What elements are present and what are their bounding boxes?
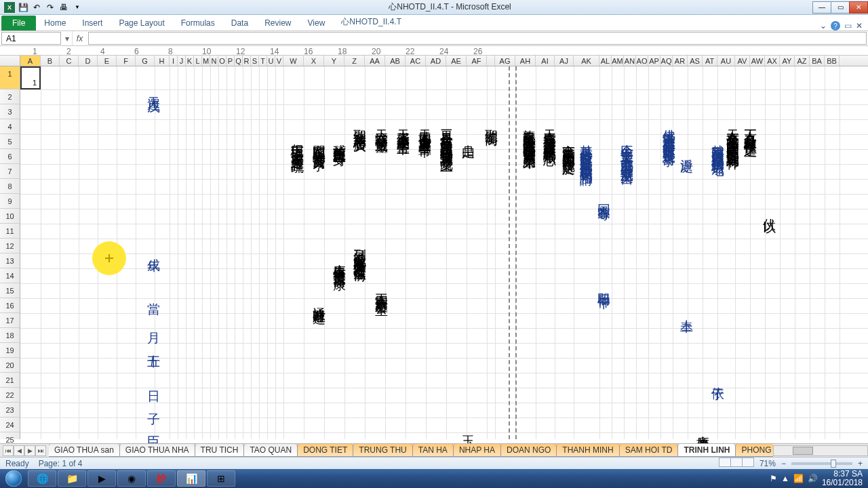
taskbar-app2[interactable]: ⊞ xyxy=(207,470,235,487)
col-header-AK[interactable]: AK xyxy=(574,56,599,66)
col-header-AP[interactable]: AP xyxy=(648,56,660,66)
col-header-N[interactable]: N xyxy=(210,56,218,66)
row-header-20[interactable]: 20 xyxy=(0,358,20,373)
col-header-S[interactable]: S xyxy=(251,56,259,66)
col-header-K[interactable]: K xyxy=(186,56,194,66)
col-header-AF[interactable]: AF xyxy=(467,56,487,66)
row-header-14[interactable]: 14 xyxy=(0,268,20,283)
col-header-Z[interactable]: Z xyxy=(344,56,365,66)
undo-icon[interactable]: ↶ xyxy=(31,2,42,13)
col-header-H[interactable]: H xyxy=(155,56,170,66)
sheet-tab-tan-ha[interactable]: TAN HA xyxy=(412,444,454,457)
col-header-J[interactable]: J xyxy=(178,56,186,66)
col-header-AB[interactable]: AB xyxy=(385,56,406,66)
col-header-AT[interactable]: AT xyxy=(703,56,717,66)
active-cell-A1[interactable] xyxy=(20,66,41,89)
tab-first-icon[interactable]: ⏮ xyxy=(3,445,14,456)
col-header-AR[interactable]: AR xyxy=(673,56,688,66)
tab-nav-buttons[interactable]: ⏮ ◀ ▶ ⏭ xyxy=(0,445,49,456)
fx-label[interactable]: fx xyxy=(72,31,87,45)
row-header-6[interactable]: 6 xyxy=(0,149,20,164)
cell-edit-input[interactable] xyxy=(24,79,37,87)
col-header-AE[interactable]: AE xyxy=(446,56,467,66)
col-header-V[interactable]: V xyxy=(275,56,283,66)
col-header-[interactable] xyxy=(487,56,495,66)
row-header-9[interactable]: 9 xyxy=(0,194,20,209)
tab-page-layout[interactable]: Page Layout xyxy=(111,16,172,30)
row-header-1[interactable]: 1 xyxy=(0,66,20,89)
tab-addin[interactable]: 心NHOTD_II.4.T xyxy=(333,14,410,30)
taskbar-chrome[interactable]: ◉ xyxy=(117,470,146,487)
window-restore-icon[interactable]: ▭ xyxy=(844,21,852,30)
col-header-T[interactable]: T xyxy=(259,56,267,66)
col-header-AV[interactable]: AV xyxy=(735,56,750,66)
name-box-dropdown-icon[interactable]: ▾ xyxy=(62,31,72,45)
tray-up-icon[interactable]: ▲ xyxy=(781,474,789,483)
col-header-P[interactable]: P xyxy=(226,56,235,66)
window-close-icon[interactable]: ✕ xyxy=(856,21,863,30)
row-header-17[interactable]: 17 xyxy=(0,313,20,328)
horizontal-scrollbar[interactable] xyxy=(773,445,868,456)
col-header-R[interactable]: R xyxy=(243,56,251,66)
close-button[interactable]: ✕ xyxy=(849,1,868,14)
col-header-AC[interactable]: AC xyxy=(406,56,426,66)
row-header-4[interactable]: 4 xyxy=(0,119,20,134)
ribbon-minimize-icon[interactable]: ⌄ xyxy=(820,21,827,30)
col-header-D[interactable]: D xyxy=(79,56,98,66)
row-header-2[interactable]: 2 xyxy=(0,89,20,104)
row-header-5[interactable]: 5 xyxy=(0,134,20,149)
tab-view[interactable]: View xyxy=(300,16,334,30)
col-header-AW[interactable]: AW xyxy=(750,56,765,66)
col-header-AX[interactable]: AX xyxy=(765,56,780,66)
row-header-12[interactable]: 12 xyxy=(0,239,20,253)
zoom-out-icon[interactable]: − xyxy=(781,459,786,468)
col-header-E[interactable]: E xyxy=(98,56,117,66)
save-icon[interactable]: 💾 xyxy=(18,2,28,13)
col-header-G[interactable]: G xyxy=(136,56,155,66)
col-header-C[interactable]: C xyxy=(60,56,79,66)
row-header-22[interactable]: 22 xyxy=(0,388,20,403)
taskbar-excel[interactable]: 📊 xyxy=(177,470,205,487)
col-header-AY[interactable]: AY xyxy=(780,56,795,66)
col-header-Q[interactable]: Q xyxy=(235,56,243,66)
row-header-24[interactable]: 24 xyxy=(0,418,20,432)
start-button[interactable] xyxy=(0,469,27,488)
col-header-AD[interactable]: AD xyxy=(426,56,446,66)
worksheet-grid[interactable]: 1234567891011121314151617181920212223242… xyxy=(0,66,868,439)
tab-last-icon[interactable]: ⏭ xyxy=(35,445,46,456)
file-tab[interactable]: File xyxy=(1,16,36,30)
sheet-tab-giao-thua-nha[interactable]: GIAO THUA NHA xyxy=(119,444,195,457)
col-header-L[interactable]: L xyxy=(194,56,202,66)
sheet-tab-sam-hoi-td[interactable]: SAM HOI TD xyxy=(619,444,679,457)
col-header-BB[interactable]: BB xyxy=(825,56,840,66)
row-header-19[interactable]: 19 xyxy=(0,343,20,358)
col-header-Y[interactable]: Y xyxy=(324,56,344,66)
tray-clock[interactable]: 8:37 SA 16/01/2018 xyxy=(822,470,863,487)
col-header-F[interactable]: F xyxy=(117,56,136,66)
sheet-tab-trinh-linh[interactable]: TRINH LINH xyxy=(677,444,736,457)
print-icon[interactable]: 🖶 xyxy=(58,2,69,13)
col-header-AO[interactable]: AO xyxy=(636,56,648,66)
col-header-AA[interactable]: AA xyxy=(365,56,385,66)
redo-icon[interactable]: ↷ xyxy=(45,2,56,13)
col-header-U[interactable]: U xyxy=(267,56,275,66)
col-header-W[interactable]: W xyxy=(283,56,304,66)
name-box[interactable]: A1 xyxy=(1,32,61,45)
maximize-button[interactable]: ▭ xyxy=(831,1,850,14)
row-header-18[interactable]: 18 xyxy=(0,328,20,343)
row-header-13[interactable]: 13 xyxy=(0,253,20,268)
sheet-tab-tao-quan[interactable]: TAO QUAN xyxy=(243,444,298,457)
row-header-21[interactable]: 21 xyxy=(0,373,20,388)
col-header-AQ[interactable]: AQ xyxy=(660,56,673,66)
col-header-BA[interactable]: BA xyxy=(810,56,825,66)
view-mode-buttons[interactable] xyxy=(719,458,754,469)
tab-next-icon[interactable]: ▶ xyxy=(24,445,35,456)
col-header-I[interactable]: I xyxy=(170,56,178,66)
sheet-tab-tru-tich[interactable]: TRU TICH xyxy=(195,444,245,457)
col-header-AH[interactable]: AH xyxy=(515,56,536,66)
row-header-16[interactable]: 16 xyxy=(0,298,20,313)
col-header-AL[interactable]: AL xyxy=(599,56,612,66)
help-icon[interactable]: ? xyxy=(831,21,840,30)
tab-review[interactable]: Review xyxy=(256,16,299,30)
col-header-AM[interactable]: AM xyxy=(612,56,624,66)
